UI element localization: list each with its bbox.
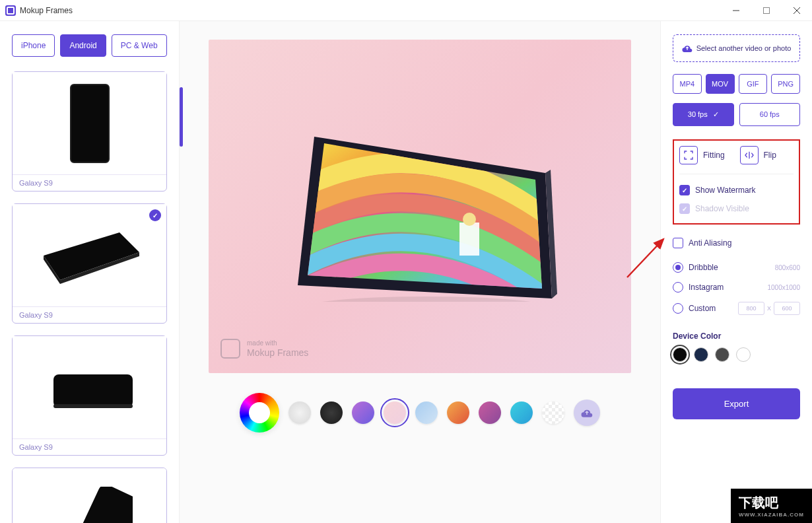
anti-aliasing-label: Anti Aliasing: [689, 238, 731, 248]
format-mp4[interactable]: MP4: [673, 74, 702, 94]
bg-swatch-transparent[interactable]: [542, 401, 564, 424]
color-wheel-picker[interactable]: [240, 393, 279, 433]
checkbox-icon: [679, 185, 690, 195]
size-dribbble[interactable]: Dribbble 800x600: [673, 258, 800, 277]
bg-swatch[interactable]: [288, 401, 311, 424]
flip-icon: [740, 146, 759, 164]
annotation-highlight: Fitting Flip Show Watermark Shadow Visib…: [673, 139, 800, 225]
watermark-big: Mokup Frames: [247, 347, 308, 359]
radio-icon: [673, 262, 683, 273]
fps-60[interactable]: 60 fps: [739, 103, 801, 126]
mockup-phone: [261, 90, 578, 302]
flip-label: Flip: [764, 151, 776, 160]
shadow-visible-toggle[interactable]: Shadow Visible: [679, 199, 794, 218]
device-card[interactable]: Galaxy S9: [12, 203, 167, 324]
bg-swatch[interactable]: [415, 401, 438, 424]
maximize-button[interactable]: [751, 0, 782, 21]
device-color-swatch[interactable]: [694, 347, 708, 362]
svg-rect-1: [764, 7, 770, 13]
mockup-preview: made withMokup Frames: [209, 40, 631, 373]
device-color-swatch[interactable]: [736, 347, 751, 362]
selected-check-icon: [149, 209, 161, 221]
fps-30[interactable]: 30 fps: [673, 103, 734, 126]
phone-angled-icon: [34, 226, 146, 285]
minimize-button[interactable]: [721, 0, 751, 21]
export-button[interactable]: Export: [673, 388, 800, 419]
background-colorbar: [240, 393, 600, 433]
svg-rect-7: [53, 374, 133, 407]
format-gif[interactable]: GIF: [739, 74, 768, 94]
bg-swatch[interactable]: [320, 401, 343, 424]
device-color-swatch[interactable]: [673, 347, 687, 362]
device-label: Galaxy S9: [13, 438, 166, 455]
device-card[interactable]: Galaxy S9: [12, 71, 167, 192]
titlebar: Mokup Frames: [0, 0, 812, 21]
tab-android[interactable]: Android: [60, 34, 106, 57]
show-watermark-toggle[interactable]: Show Watermark: [679, 181, 794, 199]
phone-landscape-icon: [34, 358, 146, 417]
select-file-button[interactable]: Select another video or photo: [673, 34, 800, 62]
checkbox-icon: [673, 238, 683, 248]
right-panel: Select another video or photo MP4 MOV GI…: [660, 21, 812, 523]
radio-icon: [673, 303, 683, 314]
tab-iphone[interactable]: iPhone: [12, 34, 55, 57]
bg-swatch[interactable]: [352, 401, 374, 424]
svg-point-14: [463, 213, 476, 226]
device-color-label: Device Color: [673, 331, 800, 341]
checkbox-icon: [679, 203, 690, 214]
bg-swatch[interactable]: [447, 401, 469, 424]
platform-tabs: iPhone Android PC & Web: [12, 34, 167, 57]
watermark: made withMokup Frames: [220, 339, 308, 359]
app-logo: [5, 5, 16, 16]
format-png[interactable]: PNG: [771, 74, 800, 94]
phone-front-icon: [70, 84, 110, 163]
format-mov[interactable]: MOV: [706, 74, 735, 94]
close-button[interactable]: [782, 0, 812, 21]
fitting-icon: [679, 146, 698, 164]
tab-pc-web[interactable]: PC & Web: [112, 34, 167, 57]
show-watermark-label: Show Watermark: [695, 186, 756, 195]
bg-swatch[interactable]: [510, 401, 533, 424]
resize-handle[interactable]: [180, 87, 183, 147]
svg-rect-13: [459, 223, 479, 256]
size-custom[interactable]: Custom X: [673, 297, 800, 320]
shadow-visible-label: Shadow Visible: [695, 204, 749, 213]
anti-aliasing-toggle[interactable]: Anti Aliasing: [673, 231, 800, 258]
radio-icon: [673, 282, 683, 293]
bg-swatch-selected[interactable]: [384, 401, 406, 424]
app-title: Mokup Frames: [20, 6, 73, 15]
canvas-area: made withMokup Frames: [180, 21, 660, 523]
brand-overlay: 下载吧WWW.XIAZAIBA.COM: [731, 489, 812, 523]
watermark-small: made with: [247, 339, 277, 347]
watermark-icon: [220, 339, 240, 359]
fitting-button[interactable]: Fitting: [679, 146, 733, 164]
custom-height-input[interactable]: [774, 302, 800, 315]
fitting-label: Fitting: [703, 151, 725, 160]
select-file-label: Select another video or photo: [696, 44, 792, 52]
phone-partial-icon: [47, 487, 133, 524]
sidebar: iPhone Android PC & Web Galaxy S9 Galaxy…: [0, 21, 180, 523]
device-card[interactable]: Galaxy S9: [12, 335, 167, 456]
bg-swatch[interactable]: [479, 401, 501, 424]
custom-width-input[interactable]: [738, 302, 764, 315]
svg-point-15: [301, 296, 552, 302]
device-label: Galaxy S9: [13, 174, 166, 191]
svg-rect-8: [53, 404, 133, 408]
device-label: Galaxy S9: [13, 306, 166, 323]
bg-upload-button[interactable]: [574, 400, 600, 426]
device-card[interactable]: [12, 468, 167, 523]
size-instagram[interactable]: Instagram 1000x1000: [673, 277, 800, 297]
flip-button[interactable]: Flip: [740, 146, 794, 164]
dimension-x: X: [767, 305, 771, 312]
device-color-swatch[interactable]: [715, 347, 729, 362]
